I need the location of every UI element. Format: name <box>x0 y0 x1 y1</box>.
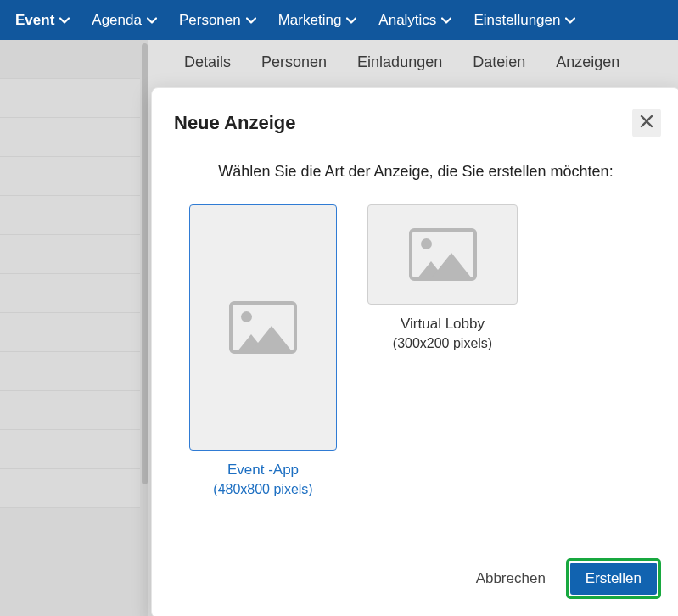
cancel-button[interactable]: Abbrechen <box>471 563 551 594</box>
list-item[interactable] <box>0 391 148 430</box>
option-event-app-card <box>189 204 337 451</box>
top-nav: Event Agenda Personen Marketing Analytic… <box>0 0 678 40</box>
nav-event-label: Event <box>15 12 54 29</box>
tab-personen[interactable]: Personen <box>261 53 327 71</box>
close-button[interactable] <box>632 109 661 137</box>
option-event-app-size: (480x800 pixels) <box>213 480 312 499</box>
chevron-down-icon <box>565 15 575 25</box>
nav-agenda[interactable]: Agenda <box>83 5 165 36</box>
image-placeholder-icon <box>409 228 477 281</box>
list-item[interactable] <box>0 274 148 313</box>
nav-analytics[interactable]: Analytics <box>370 5 460 36</box>
nav-marketing-label: Marketing <box>278 12 342 29</box>
modal-header: Neue Anzeige <box>152 88 678 148</box>
nav-agenda-label: Agenda <box>92 12 142 29</box>
tab-details[interactable]: Details <box>184 53 231 71</box>
nav-einstellungen-label: Einstellungen <box>473 12 560 29</box>
option-event-app-label: Event -App (480x800 pixels) <box>213 461 312 499</box>
chevron-down-icon <box>147 15 157 25</box>
tab-anzeigen[interactable]: Anzeigen <box>556 53 619 71</box>
option-virtual-lobby[interactable]: Virtual Lobby (300x200 pixels) <box>367 204 518 499</box>
option-virtual-lobby-card <box>367 204 518 305</box>
list-item[interactable] <box>0 196 148 235</box>
list-item[interactable] <box>0 40 148 79</box>
list-item[interactable] <box>0 118 148 157</box>
tab-dateien[interactable]: Dateien <box>473 53 525 71</box>
modal-instruction: Wählen Sie die Art der Anzeige, die Sie … <box>176 163 656 181</box>
list-item[interactable] <box>0 235 148 274</box>
list-item[interactable] <box>0 157 148 196</box>
ad-type-options: Event -App (480x800 pixels) Virtual Lobb… <box>189 204 656 499</box>
chevron-down-icon <box>346 15 356 25</box>
list-item[interactable] <box>0 352 148 391</box>
new-ad-modal: Neue Anzeige Wählen Sie die Art der Anze… <box>151 87 678 616</box>
nav-analytics-label: Analytics <box>378 12 436 29</box>
list-item[interactable] <box>0 469 148 508</box>
chevron-down-icon <box>59 15 70 25</box>
scrollbar-track <box>140 40 148 616</box>
option-virtual-lobby-size: (300x200 pixels) <box>393 334 492 353</box>
modal-body: Wählen Sie die Art der Anzeige, die Sie … <box>152 148 678 545</box>
scrollbar-thumb[interactable] <box>142 43 148 484</box>
create-button[interactable]: Erstellen <box>570 563 657 595</box>
nav-event[interactable]: Event <box>7 5 78 36</box>
nav-marketing[interactable]: Marketing <box>270 5 366 36</box>
image-placeholder-icon <box>229 301 297 354</box>
list-item[interactable] <box>0 79 148 118</box>
modal-title: Neue Anzeige <box>174 112 295 134</box>
modal-footer: Abbrechen Erstellen <box>152 545 678 616</box>
option-virtual-lobby-title: Virtual Lobby <box>401 316 485 332</box>
list-item[interactable] <box>0 313 148 352</box>
close-icon <box>639 114 654 132</box>
nav-personen-label: Personen <box>179 12 241 29</box>
option-event-app-title: Event -App <box>227 462 299 478</box>
tab-strip: Details Personen Einladungen Dateien Anz… <box>148 40 678 85</box>
nav-einstellungen[interactable]: Einstellungen <box>465 5 584 36</box>
nav-personen[interactable]: Personen <box>171 5 265 36</box>
create-button-highlight: Erstellen <box>566 558 661 599</box>
left-sidebar <box>0 40 148 616</box>
option-event-app[interactable]: Event -App (480x800 pixels) <box>189 204 337 499</box>
chevron-down-icon <box>441 15 451 25</box>
option-virtual-lobby-label: Virtual Lobby (300x200 pixels) <box>393 315 492 353</box>
chevron-down-icon <box>246 15 256 25</box>
tab-einladungen[interactable]: Einladungen <box>357 53 442 71</box>
list-item[interactable] <box>0 430 148 469</box>
